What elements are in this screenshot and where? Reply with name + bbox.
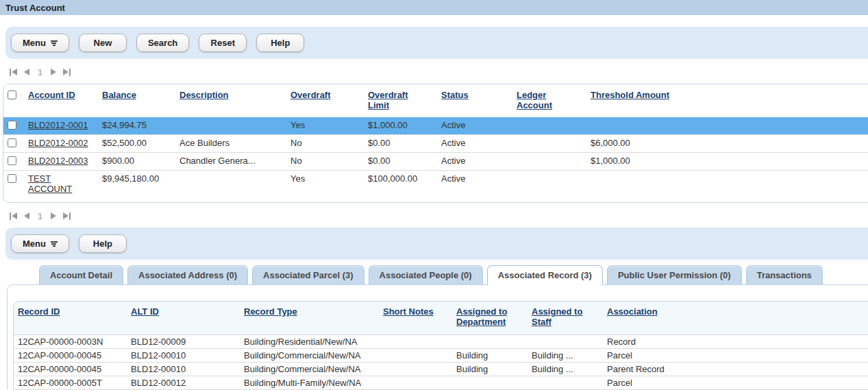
overdraft-cell: Yes	[286, 117, 364, 135]
column-header-ledger-account[interactable]: Ledger Account	[517, 90, 552, 110]
tab-associated-parcel[interactable]: Associated Parcel (3)	[252, 265, 364, 284]
column-header-status[interactable]: Status	[441, 90, 469, 100]
first-page-icon[interactable]	[10, 69, 17, 76]
table-row[interactable]: TEST ACCOUNT $9,945,180.00 Yes $100,000.…	[3, 171, 868, 197]
top-toolbar: Menu New Search Reset Help	[5, 27, 868, 59]
overdraft-cell: No	[286, 135, 364, 153]
description-cell	[175, 171, 286, 197]
table-row[interactable]: 12CAP-00000-0003N BLD12-00009 Building/R…	[14, 334, 868, 348]
column-header-assigned-to-department[interactable]: Assigned to Department	[456, 306, 507, 327]
row-checkbox[interactable]	[8, 156, 16, 165]
accounts-table-container: Account ID Balance Description Overdraft…	[3, 84, 868, 203]
status-cell: Active	[437, 153, 512, 171]
threshold-amount-cell	[586, 171, 868, 197]
assigned-department-cell: Building	[452, 348, 528, 362]
column-header-association[interactable]: Association	[607, 306, 658, 317]
first-page-icon[interactable]	[10, 212, 17, 220]
table-row[interactable]: 12CAP-00000-00045 BLD12-00010 Building/C…	[14, 348, 868, 362]
tab-transactions[interactable]: Transactions	[746, 265, 823, 284]
accounts-pagination-top: 1	[10, 66, 868, 78]
reset-button[interactable]: Reset	[199, 34, 247, 52]
table-row[interactable]: 12CAP-00000-0005T BLD12-00012 Building/M…	[14, 376, 868, 389]
tab-associated-record[interactable]: Associated Record (3)	[487, 265, 603, 285]
ledger-account-cell	[512, 117, 586, 135]
accounts-pagination-bottom: 1	[10, 210, 868, 222]
assigned-department-cell	[452, 334, 528, 348]
record-type-cell: Building/Multi-Family/New/NA	[240, 376, 379, 389]
menu-button-label: Menu	[23, 38, 46, 48]
page-number: 1	[36, 67, 44, 77]
row-checkbox[interactable]	[8, 174, 16, 183]
overdraft-limit-cell: $1,000.00	[364, 117, 437, 135]
alt-id-cell: BLD12-00010	[127, 348, 240, 362]
account-id-link[interactable]: BLD2012-0002	[28, 138, 88, 148]
last-page-icon[interactable]	[63, 69, 71, 76]
help-button[interactable]: Help	[79, 234, 127, 253]
overdraft-cell: Yes	[286, 171, 364, 197]
column-header-short-notes[interactable]: Short Notes	[383, 306, 434, 317]
accounts-table: Account ID Balance Description Overdraft…	[3, 84, 868, 197]
help-button[interactable]: Help	[256, 34, 304, 52]
record-id-cell: 12CAP-00000-00045	[14, 362, 127, 376]
association-cell: Parent Record	[603, 362, 868, 376]
select-all-checkbox[interactable]	[8, 90, 16, 99]
tab-public-user-permission[interactable]: Public User Permission (0)	[607, 265, 742, 284]
menu-button[interactable]: Menu	[11, 34, 69, 52]
column-header-record-type[interactable]: Record Type	[244, 306, 297, 317]
row-checkbox[interactable]	[8, 121, 16, 130]
alt-id-cell: BLD12-00012	[127, 376, 240, 389]
search-button[interactable]: Search	[136, 34, 189, 52]
record-id-cell: 12CAP-00000-0003N	[14, 334, 127, 348]
record-id-cell: 12CAP-00000-00045	[14, 348, 127, 362]
balance-cell: $900.00	[98, 153, 175, 171]
column-header-description[interactable]: Description	[179, 90, 229, 100]
balance-cell: $9,945,180.00	[98, 171, 175, 197]
table-row[interactable]: BLD2012-0003 $900.00 Chandler Genera... …	[3, 153, 868, 171]
row-checkbox[interactable]	[8, 138, 16, 147]
alt-id-cell: BLD12-00009	[127, 334, 240, 348]
column-header-assigned-to-staff[interactable]: Assigned to Staff	[532, 306, 582, 327]
menu-button-label: Menu	[23, 239, 46, 249]
ledger-account-cell	[512, 171, 586, 197]
new-button[interactable]: New	[79, 34, 127, 52]
status-cell: Active	[437, 117, 512, 135]
records-table: Record ID ALT ID Record Type Short Notes…	[14, 302, 868, 390]
next-page-icon[interactable]	[51, 69, 56, 75]
assigned-staff-cell	[528, 334, 603, 348]
column-header-account-id[interactable]: Account ID	[28, 90, 75, 100]
assigned-department-cell: Building	[452, 362, 528, 376]
status-cell: Active	[437, 171, 512, 197]
column-header-overdraft-limit[interactable]: Overdraft Limit	[368, 90, 408, 110]
account-id-link[interactable]: BLD2012-0003	[28, 156, 88, 166]
assigned-staff-cell	[528, 376, 603, 389]
next-page-icon[interactable]	[51, 212, 56, 219]
column-header-balance[interactable]: Balance	[102, 90, 136, 100]
account-id-link[interactable]: BLD2012-0001	[28, 120, 88, 130]
record-type-cell: Building/Commercial/New/NA	[240, 362, 379, 376]
account-id-link[interactable]: TEST ACCOUNT	[28, 173, 72, 194]
column-header-overdraft[interactable]: Overdraft	[290, 90, 331, 100]
tab-account-detail[interactable]: Account Detail	[39, 265, 123, 284]
table-row[interactable]: 12CAP-00000-00045 BLD12-00010 Building/C…	[14, 362, 868, 376]
table-row[interactable]: BLD2012-0002 $52,500.00 Ace Builders No …	[3, 135, 868, 153]
ledger-account-cell	[512, 153, 586, 171]
menu-button[interactable]: Menu	[11, 234, 69, 253]
association-cell: Parcel	[603, 376, 868, 389]
assigned-staff-cell: Building ...	[528, 348, 603, 362]
tab-associated-people[interactable]: Associated People (0)	[369, 265, 483, 284]
last-page-icon[interactable]	[63, 212, 71, 220]
table-row[interactable]: BLD2012-0001 $24,994.75 Yes $1,000.00 Ac…	[3, 117, 868, 135]
previous-page-icon[interactable]	[24, 69, 29, 75]
previous-page-icon[interactable]	[24, 212, 29, 219]
menu-dropdown-icon	[51, 241, 58, 247]
column-header-alt-id[interactable]: ALT ID	[131, 306, 159, 317]
short-notes-cell	[379, 334, 452, 348]
short-notes-cell	[379, 376, 452, 389]
menu-dropdown-icon	[51, 40, 58, 46]
tab-associated-address[interactable]: Associated Address (0)	[127, 265, 248, 284]
association-cell: Parcel	[603, 348, 868, 362]
detail-tabs: Account Detail Associated Address (0) As…	[7, 265, 868, 284]
column-header-threshold-amount[interactable]: Threshold Amount	[591, 90, 669, 100]
column-header-record-id[interactable]: Record ID	[18, 306, 60, 317]
balance-cell: $52,500.00	[98, 135, 175, 153]
